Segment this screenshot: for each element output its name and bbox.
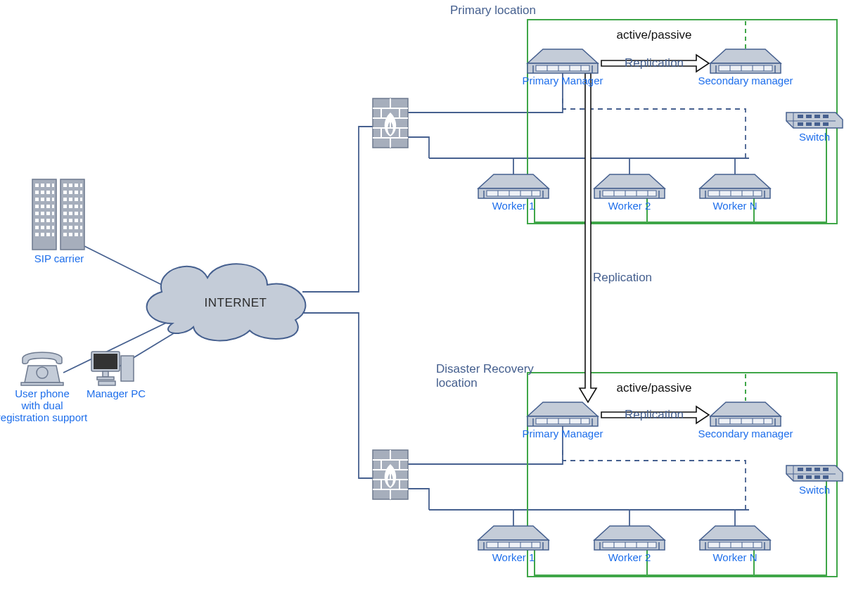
secondary-manager-top-label: Secondary manager (698, 75, 793, 86)
switch-top-icon (786, 113, 843, 128)
switch-top-label: Switch (799, 131, 830, 143)
secondary-manager-dr-label: Secondary manager (698, 428, 793, 439)
active-passive-dr: active/passive (617, 381, 692, 394)
switch-dr-icon (786, 466, 843, 481)
manager-pc-label: Manager PC (87, 387, 146, 399)
worker1-dr-icon (478, 526, 549, 550)
active-passive-primary: active/passive (617, 28, 692, 41)
worker2-dr-label: Worker 2 (608, 551, 651, 563)
workern-top-label: Worker N (712, 200, 757, 212)
primary-location-title: Primary location (450, 4, 536, 17)
sip-carrier-icon (32, 179, 84, 250)
primary-manager-dr-label: Primary Manager (522, 428, 603, 439)
workern-dr-label: Worker N (712, 551, 757, 563)
secondary-manager-dr-icon (710, 402, 781, 426)
sip-carrier-label: SIP carrier (34, 252, 84, 264)
replication-label-dr: Replication (625, 408, 684, 421)
firewall-primary-icon (373, 98, 408, 148)
workern-dr-icon (700, 526, 770, 550)
worker2-top-icon (594, 174, 665, 198)
replication-label-vertical: Replication (593, 271, 652, 284)
worker1-top-label: Worker 1 (492, 200, 535, 212)
primary-manager-top-label: Primary Manager (522, 75, 603, 86)
user-phone-label-3: registration support (0, 411, 88, 423)
manager-pc-icon (91, 352, 134, 385)
worker2-dr-icon (594, 526, 665, 550)
primary-manager-dr-icon (528, 402, 598, 426)
replication-label-primary: Replication (625, 56, 684, 70)
dr-location-title-2: location (436, 376, 478, 390)
worker1-dr-label: Worker 1 (492, 551, 535, 563)
dr-location-title-1: Disaster Recovery (436, 362, 534, 376)
user-phone-label-2: with dual (20, 399, 63, 411)
firewall-dr-icon (373, 450, 408, 499)
worker2-top-label: Worker 2 (608, 200, 651, 212)
switch-dr-label: Switch (799, 484, 830, 496)
user-phone-label-1: User phone (15, 387, 70, 399)
user-phone-icon (21, 352, 63, 385)
primary-manager-top-icon (528, 49, 598, 73)
secondary-manager-top-icon (710, 49, 781, 73)
internet-label: INTERNET (205, 296, 267, 309)
worker1-top-icon (478, 174, 549, 198)
workern-top-icon (700, 174, 770, 198)
